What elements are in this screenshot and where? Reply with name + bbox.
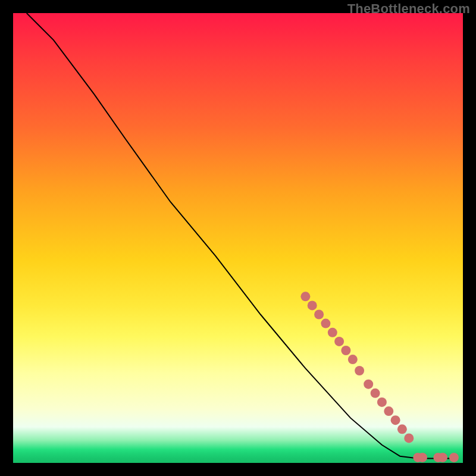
data-marker [371,389,380,398]
chart-stage: TheBottleneck.com [0,0,476,476]
data-marker [397,424,407,434]
data-marker [314,310,324,320]
curve-line [27,13,454,458]
data-marker [334,337,344,346]
data-marker [348,355,358,364]
data-marker [355,366,364,375]
data-marker [404,433,414,443]
data-marker [300,292,310,301]
data-marker [328,328,337,337]
data-marker [321,319,330,328]
chart-overlay [0,0,476,476]
data-marker [418,453,427,462]
data-marker [391,415,400,425]
data-marker [377,397,387,407]
data-marker [384,406,393,416]
data-marker [364,380,373,389]
data-marker [341,346,350,355]
data-marker [438,453,447,462]
data-marker [308,300,317,310]
data-marker [449,453,459,462]
